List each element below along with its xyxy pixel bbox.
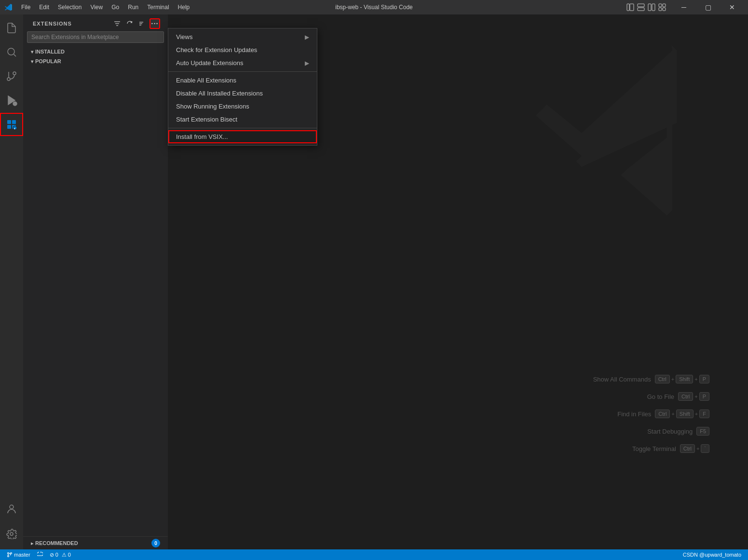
menu-file[interactable]: File (17, 2, 34, 13)
activity-item-account[interactable] (0, 497, 23, 520)
status-branch[interactable]: master (5, 552, 32, 558)
menu-item-views[interactable]: Views ▶ (168, 30, 317, 43)
activity-item-extensions[interactable]: ● (0, 113, 23, 136)
menu-terminal[interactable]: Terminal (143, 2, 173, 13)
menu-item-auto-update[interactable]: Auto Update Extensions ▶ (168, 56, 317, 69)
installed-section[interactable]: ▾ INSTALLED (23, 47, 168, 56)
shortcut-terminal-keys: Ctrl + ` (680, 444, 709, 453)
activity-item-explorer[interactable] (0, 16, 23, 40)
recommended-section[interactable]: ▸ RECOMMENDED 0 (23, 537, 168, 549)
activity-item-settings[interactable] (0, 522, 23, 546)
filter-button[interactable] (112, 18, 122, 29)
status-bar-right: CSDN @upward_tomato (681, 552, 743, 558)
error-count: 0 (55, 552, 58, 558)
svg-text:●: ● (14, 127, 15, 130)
shortcut-find-label: Find in Files (617, 410, 651, 418)
shortcut-commands-keys: Ctrl + Shift + P (655, 375, 709, 383)
branch-name: master (14, 552, 30, 558)
menu-item-check-updates[interactable]: Check for Extension Updates (168, 43, 317, 56)
window-title: ibsp-web - Visual Studio Code (335, 4, 413, 11)
menu-item-show-running[interactable]: Show Running Extensions (168, 100, 317, 113)
svg-rect-17 (7, 120, 11, 124)
recommended-chevron-icon: ▸ (31, 541, 33, 546)
sort-button[interactable] (137, 18, 148, 29)
status-remote[interactable] (35, 552, 45, 558)
vscode-watermark (536, 39, 719, 223)
recommended-badge: 0 (151, 539, 160, 547)
svg-line-11 (14, 55, 16, 56)
status-errors[interactable]: ⊘ 0 ⚠ 0 (48, 552, 73, 558)
titlebar: File Edit Selection View Go Run Terminal… (0, 0, 748, 14)
popular-section[interactable]: ▾ POPULAR (23, 56, 168, 66)
menu-edit[interactable]: Edit (35, 2, 53, 13)
titlebar-left: File Edit Selection View Go Run Terminal… (5, 2, 193, 13)
shortcut-find-keys: Ctrl + Shift + F (655, 410, 709, 418)
svg-point-33 (8, 556, 9, 557)
menu-go[interactable]: Go (108, 2, 123, 13)
activity-item-run-debug[interactable] (0, 89, 23, 112)
shortcut-row-debug: Start Debugging F5 (647, 427, 709, 436)
vscode-logo-icon (5, 3, 13, 11)
shortcuts-panel: Show All Commands Ctrl + Shift + P Go to… (593, 375, 709, 453)
panel-layout-icon[interactable] (648, 3, 655, 11)
menu-selection[interactable]: Selection (54, 2, 85, 13)
installed-chevron-icon: ▾ (31, 49, 33, 55)
shortcut-row-file: Go to File Ctrl + P (647, 392, 709, 401)
sidebar-header: EXTENSIONS (23, 14, 168, 31)
views-arrow-icon: ▶ (305, 34, 309, 41)
menu-item-enable-all[interactable]: Enable All Extensions (168, 74, 317, 87)
status-attribution[interactable]: CSDN @upward_tomato (681, 552, 743, 558)
close-button[interactable]: ✕ (721, 0, 743, 14)
svg-rect-0 (627, 4, 629, 11)
status-bar: master ⊘ 0 ⚠ 0 CSDN @upward_tomato (0, 549, 748, 560)
key-ctrl4: Ctrl (680, 444, 695, 453)
warning-count: 0 (68, 552, 71, 558)
svg-rect-8 (659, 8, 662, 11)
svg-point-32 (11, 553, 12, 554)
titlebar-menu: File Edit Selection View Go Run Terminal… (17, 2, 193, 13)
svg-point-24 (10, 533, 13, 535)
svg-rect-7 (663, 4, 666, 7)
svg-point-31 (8, 553, 9, 554)
activity-item-search[interactable] (0, 41, 23, 64)
activity-bottom (0, 497, 23, 549)
warning-icon: ⚠ (62, 552, 67, 558)
minimize-button[interactable]: ─ (673, 0, 695, 14)
shortcut-file-keys: Ctrl + P (678, 392, 709, 401)
menu-item-install-vsix[interactable]: Install from VSIX... (168, 130, 317, 143)
menu-help[interactable]: Help (174, 2, 194, 13)
branch-icon (7, 552, 13, 558)
key-ctrl2: Ctrl (678, 392, 693, 401)
svg-rect-6 (659, 4, 662, 7)
menu-separator-2 (168, 128, 317, 128)
main-layout: ● EXTENSIONS (0, 14, 748, 549)
svg-point-16 (13, 102, 17, 106)
window-controls: ─ ▢ ✕ (626, 0, 743, 14)
key-p2: P (699, 392, 709, 401)
svg-point-23 (10, 505, 14, 509)
activity-item-source-control[interactable] (0, 65, 23, 88)
menu-separator-1 (168, 71, 317, 72)
maximize-button[interactable]: ▢ (697, 0, 719, 14)
svg-point-13 (13, 72, 16, 75)
refresh-button[interactable] (124, 18, 135, 29)
sidebar-toggle-icon[interactable] (626, 3, 634, 11)
shortcut-terminal-label: Toggle Terminal (632, 445, 676, 452)
search-box (27, 31, 164, 43)
key-p: P (699, 375, 709, 383)
key-f5: F5 (696, 427, 709, 436)
menu-run[interactable]: Run (124, 2, 142, 13)
shortcut-commands-label: Show All Commands (593, 376, 651, 383)
menu-item-disable-all[interactable]: Disable All Installed Extensions (168, 87, 317, 100)
svg-rect-9 (663, 8, 666, 11)
key-f: F (699, 410, 709, 418)
editor-layout-icon[interactable] (637, 3, 645, 11)
more-actions-button[interactable]: ··· (150, 18, 160, 29)
menu-view[interactable]: View (86, 2, 107, 13)
svg-rect-2 (638, 4, 644, 7)
customize-layout-icon[interactable] (658, 3, 666, 11)
svg-point-14 (7, 78, 10, 81)
search-input[interactable] (27, 31, 164, 43)
key-shift2: Shift (676, 410, 694, 418)
menu-item-bisect[interactable]: Start Extension Bisect (168, 113, 317, 126)
